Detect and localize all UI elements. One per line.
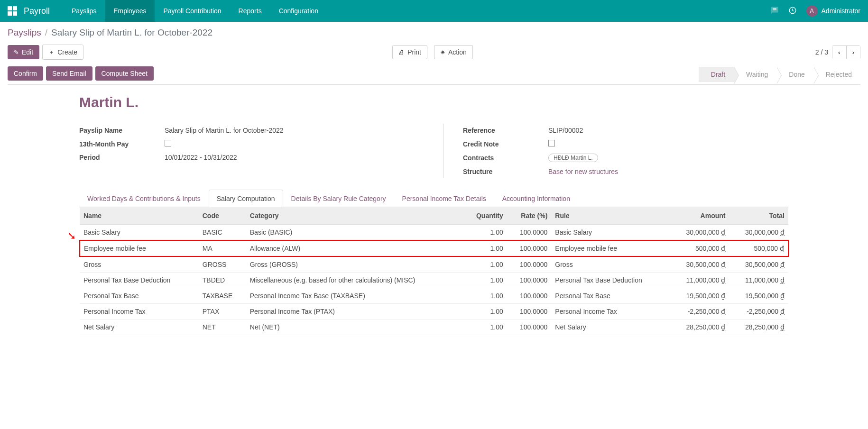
table-row[interactable]: GrossGROSSGross (GROSS)1.00100.0000Gross… bbox=[80, 256, 788, 273]
cell-amount: 30,500,000 ₫ bbox=[670, 256, 729, 273]
cell-code: TBDED bbox=[199, 273, 246, 288]
cell-name: Net Salary bbox=[80, 319, 199, 335]
th-rate: Rate (%) bbox=[507, 207, 552, 225]
compute-sheet-button[interactable]: Compute Sheet bbox=[95, 66, 154, 81]
nav-item-payslips[interactable]: Payslips bbox=[63, 0, 105, 22]
activity-icon[interactable] bbox=[788, 6, 797, 16]
cell-name: Gross bbox=[80, 256, 199, 273]
cell-qty: 1.00 bbox=[463, 256, 507, 273]
record-title: Martin L. bbox=[79, 94, 789, 110]
table-row[interactable]: Employee mobile feeMAAllowance (ALW)1.00… bbox=[80, 240, 788, 256]
pager-next[interactable]: › bbox=[847, 46, 860, 59]
breadcrumb-current: Salary Slip of Martin L. for October-202… bbox=[51, 27, 212, 38]
table-row[interactable]: Basic SalaryBASICBasic (BASIC)1.00100.00… bbox=[80, 225, 788, 241]
tab-worked-days-contributions-inputs[interactable]: Worked Days & Contributions & Inputs bbox=[79, 190, 209, 207]
th-amount: Amount bbox=[670, 207, 729, 225]
cell-total: -2,250,000 ₫ bbox=[729, 304, 788, 319]
th-name: Name bbox=[80, 207, 199, 225]
status-step-waiting[interactable]: Waiting bbox=[734, 67, 776, 82]
nav-item-reports[interactable]: Reports bbox=[230, 0, 270, 22]
cell-category: Personal Income Tax (PTAX) bbox=[246, 304, 463, 319]
cell-name: Basic Salary bbox=[80, 225, 199, 241]
cell-rule: Personal Tax Base bbox=[551, 288, 670, 304]
breadcrumb: Payslips / Salary Slip of Martin L. for … bbox=[8, 27, 860, 38]
reference-value: SLIP/00002 bbox=[548, 127, 583, 134]
action-button[interactable]: ✷Action bbox=[434, 45, 473, 59]
chat-icon[interactable] bbox=[770, 6, 779, 16]
table-row[interactable]: Net SalaryNETNet (NET)1.00100.0000Net Sa… bbox=[80, 319, 788, 335]
credit-note-label: Credit Note bbox=[463, 140, 548, 148]
edit-button[interactable]: ✎Edit bbox=[8, 45, 39, 59]
cell-amount: 19,500,000 ₫ bbox=[670, 288, 729, 304]
structure-label: Structure bbox=[463, 168, 548, 175]
th-rule: Rule bbox=[551, 207, 670, 225]
user-menu[interactable]: A Administrator bbox=[806, 5, 860, 17]
pager-prev[interactable]: ‹ bbox=[832, 46, 846, 59]
status-actions: ConfirmSend EmailCompute Sheet bbox=[8, 64, 154, 84]
cell-amount: 11,000,000 ₫ bbox=[670, 273, 729, 288]
table-row[interactable]: Personal Income TaxPTAXPersonal Income T… bbox=[80, 304, 788, 319]
cell-qty: 1.00 bbox=[463, 288, 507, 304]
nav-item-employees[interactable]: Employees bbox=[105, 0, 155, 22]
tab-accounting-information[interactable]: Accounting Information bbox=[494, 190, 578, 207]
status-step-done[interactable]: Done bbox=[776, 67, 813, 82]
month13-label: 13th-Month Pay bbox=[79, 140, 165, 148]
top-nav: Payroll PayslipsEmployeesPayroll Contrib… bbox=[0, 0, 868, 22]
cell-category: Allowance (ALW) bbox=[246, 240, 463, 256]
cell-rate: 100.0000 bbox=[507, 304, 552, 319]
confirm-button[interactable]: Confirm bbox=[8, 66, 43, 81]
cell-amount: 28,250,000 ₫ bbox=[670, 319, 729, 335]
arrow-annotation: ➘ bbox=[67, 230, 76, 242]
cell-code: GROSS bbox=[199, 256, 246, 273]
cell-name: Employee mobile fee bbox=[80, 240, 199, 256]
nav-items: PayslipsEmployeesPayroll ContributionRep… bbox=[63, 0, 327, 22]
salary-table: Name Code Category Quantity Rate (%) Rul… bbox=[79, 207, 789, 335]
breadcrumb-parent[interactable]: Payslips bbox=[8, 27, 41, 38]
nav-item-payroll-contribution[interactable]: Payroll Contribution bbox=[155, 0, 230, 22]
contracts-label: Contracts bbox=[463, 154, 548, 162]
cell-code: MA bbox=[199, 240, 246, 256]
cell-category: Miscellaneous (e.g. based for other calc… bbox=[246, 273, 463, 288]
create-button[interactable]: ＋Create bbox=[42, 45, 83, 60]
th-category: Category bbox=[246, 207, 463, 225]
cell-rule: Personal Income Tax bbox=[551, 304, 670, 319]
cell-name: Personal Tax Base bbox=[80, 288, 199, 304]
cell-rule: Basic Salary bbox=[551, 225, 670, 241]
pager-text[interactable]: 2 / 3 bbox=[815, 48, 828, 56]
table-row[interactable]: Personal Tax BaseTAXBASEPersonal Income … bbox=[80, 288, 788, 304]
contract-tag[interactable]: HĐLĐ Martin L. bbox=[548, 154, 598, 162]
tab-salary-computation[interactable]: Salary Computation bbox=[209, 190, 283, 207]
cell-rule: Personal Tax Base Deduction bbox=[551, 273, 670, 288]
cell-rate: 100.0000 bbox=[507, 273, 552, 288]
cell-rule: Gross bbox=[551, 256, 670, 273]
payslip-name-value: Salary Slip of Martin L. for October-202… bbox=[165, 127, 284, 134]
table-row[interactable]: Personal Tax Base DeductionTBDEDMiscella… bbox=[80, 273, 788, 288]
tab-details-by-salary-rule-category[interactable]: Details By Salary Rule Category bbox=[283, 190, 394, 207]
cell-total: 19,500,000 ₫ bbox=[729, 288, 788, 304]
print-button[interactable]: 🖨Print bbox=[392, 45, 427, 59]
cell-qty: 1.00 bbox=[463, 319, 507, 335]
status-step-rejected[interactable]: Rejected bbox=[813, 67, 860, 82]
cell-total: 500,000 ₫ bbox=[729, 240, 788, 256]
cell-code: NET bbox=[199, 319, 246, 335]
month13-checkbox bbox=[165, 140, 171, 146]
apps-icon[interactable] bbox=[8, 6, 17, 16]
cell-total: 28,250,000 ₫ bbox=[729, 319, 788, 335]
period-label: Period bbox=[79, 154, 165, 161]
cell-rate: 100.0000 bbox=[507, 256, 552, 273]
cell-qty: 1.00 bbox=[463, 304, 507, 319]
period-value: 10/01/2022 - 10/31/2022 bbox=[165, 154, 237, 161]
cell-code: TAXBASE bbox=[199, 288, 246, 304]
th-quantity: Quantity bbox=[463, 207, 507, 225]
send-email-button[interactable]: Send Email bbox=[46, 66, 92, 81]
credit-note-checkbox bbox=[548, 140, 555, 146]
structure-link[interactable]: Base for new structures bbox=[548, 168, 618, 175]
cell-code: PTAX bbox=[199, 304, 246, 319]
print-icon: 🖨 bbox=[398, 49, 405, 56]
nav-item-configuration[interactable]: Configuration bbox=[270, 0, 327, 22]
cell-amount: -2,250,000 ₫ bbox=[670, 304, 729, 319]
cell-rate: 100.0000 bbox=[507, 319, 552, 335]
cell-name: Personal Income Tax bbox=[80, 304, 199, 319]
tab-personal-income-tax-details[interactable]: Personal Income Tax Details bbox=[394, 190, 494, 207]
status-step-draft[interactable]: Draft bbox=[699, 67, 734, 82]
